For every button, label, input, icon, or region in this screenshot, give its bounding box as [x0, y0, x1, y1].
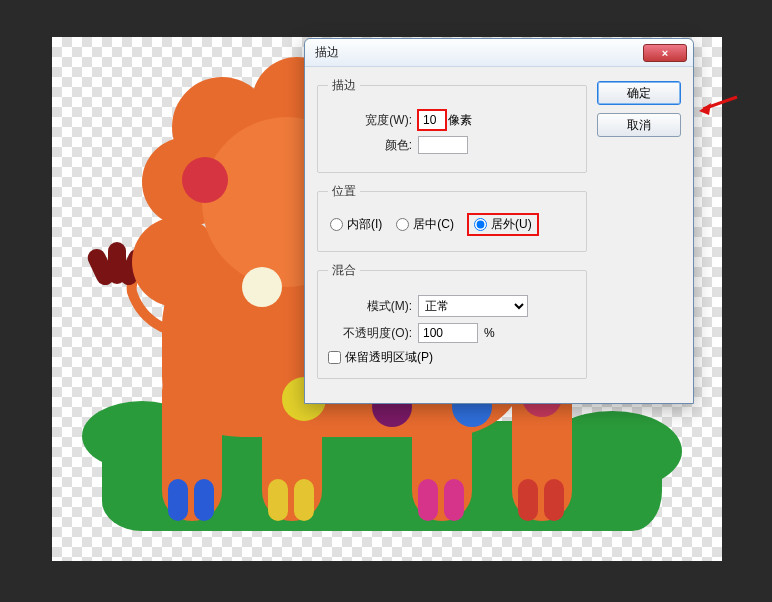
ok-button[interactable]: 确定 [597, 81, 681, 105]
position-outside[interactable]: 居外(U) [468, 214, 538, 235]
blend-group: 混合 模式(M): 正常 不透明度(O): % 保留透明区域(P) [317, 262, 587, 379]
opacity-unit: % [484, 326, 495, 340]
width-input[interactable] [418, 110, 446, 130]
stroke-dialog: 描边 × 描边 宽度(W): 像素 颜色: 位置 内部(I) [304, 38, 694, 404]
close-icon: × [662, 47, 668, 59]
dialog-title: 描边 [315, 44, 643, 61]
stroke-legend: 描边 [328, 77, 360, 94]
cancel-button[interactable]: 取消 [597, 113, 681, 137]
dialog-titlebar[interactable]: 描边 × [305, 39, 693, 67]
blend-legend: 混合 [328, 262, 360, 279]
color-label: 颜色: [328, 137, 418, 154]
opacity-label: 不透明度(O): [328, 325, 418, 342]
position-center[interactable]: 居中(C) [396, 216, 454, 233]
position-legend: 位置 [328, 183, 360, 200]
opacity-input[interactable] [418, 323, 478, 343]
width-label: 宽度(W): [328, 112, 418, 129]
position-inside[interactable]: 内部(I) [330, 216, 382, 233]
mode-label: 模式(M): [328, 298, 418, 315]
color-swatch[interactable] [418, 136, 468, 154]
close-button[interactable]: × [643, 44, 687, 62]
preserve-transparency-checkbox[interactable]: 保留透明区域(P) [328, 349, 576, 366]
position-group: 位置 内部(I) 居中(C) 居外(U) [317, 183, 587, 252]
mode-select[interactable]: 正常 [418, 295, 528, 317]
stroke-group: 描边 宽度(W): 像素 颜色: [317, 77, 587, 173]
width-unit: 像素 [448, 112, 472, 129]
